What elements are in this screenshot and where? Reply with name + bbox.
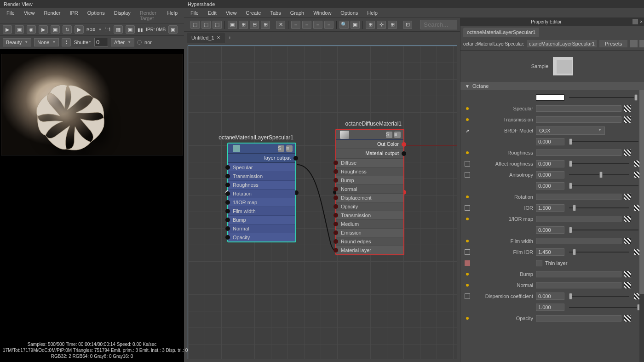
graph-material-icon[interactable]: ⊟ xyxy=(250,21,259,29)
plug-input-icon[interactable] xyxy=(225,191,230,196)
plug-input-icon[interactable] xyxy=(334,178,338,183)
film-ior-input[interactable] xyxy=(536,248,564,256)
sample-swatch[interactable] xyxy=(553,57,573,75)
anisotropy-slider[interactable] xyxy=(567,172,631,178)
menu-render[interactable]: Render xyxy=(39,9,65,22)
render-preview[interactable] xyxy=(1,54,183,155)
node-input-row[interactable]: Medium xyxy=(336,219,403,228)
hs-menu-graph[interactable]: Graph xyxy=(286,9,309,17)
plug-input-icon[interactable] xyxy=(334,213,338,218)
image-icon[interactable]: ▦ xyxy=(114,25,123,34)
node-input-row[interactable]: Transmission xyxy=(228,172,295,180)
map-button-icon[interactable] xyxy=(624,194,631,200)
menu-view[interactable]: View xyxy=(19,9,40,22)
node-input-row[interactable]: Displacement xyxy=(336,193,403,202)
layer-dropdown[interactable]: Beauty▼ xyxy=(3,38,31,46)
map-button-icon[interactable] xyxy=(624,315,631,322)
anisotropy-input[interactable] xyxy=(536,171,564,178)
dispersion-slider[interactable] xyxy=(567,293,631,299)
frame-all-icon[interactable]: ⊡ xyxy=(403,21,412,29)
channel-dropdown[interactable]: None▼ xyxy=(34,38,59,46)
snapshot-icon[interactable]: ◉ xyxy=(27,25,36,34)
hs-menu-create[interactable]: Create xyxy=(241,9,265,17)
node-input-row[interactable]: Opacity xyxy=(336,202,403,211)
node-input-row[interactable]: Round edges xyxy=(336,237,403,246)
region-icon[interactable]: ▣ xyxy=(15,25,24,34)
brdf-select[interactable]: GGX▼ xyxy=(536,126,605,135)
node-input-row[interactable]: Normal xyxy=(336,184,403,193)
pause-icon[interactable]: ▮▮ xyxy=(138,27,143,32)
map-button-icon[interactable] xyxy=(624,216,631,222)
normal-texture-slot[interactable] xyxy=(536,282,621,288)
node-input-row[interactable]: Film width xyxy=(228,207,295,215)
keyable-dot-icon[interactable] xyxy=(466,218,469,220)
plug-input-icon[interactable] xyxy=(334,222,338,226)
keyable-dot-icon[interactable] xyxy=(466,273,469,276)
clear-icon[interactable]: ▣ xyxy=(228,21,237,29)
roughness-texture-slot[interactable] xyxy=(536,149,621,156)
menu-ipr[interactable]: IPR xyxy=(65,9,82,22)
grid-h-icon[interactable]: ⊞ xyxy=(366,21,375,29)
plug-input-icon[interactable] xyxy=(225,174,230,178)
plug-outcolor-icon[interactable] xyxy=(402,142,406,147)
list-icon[interactable]: ≡ xyxy=(394,132,401,138)
hs-menu-tabs[interactable]: Tabs xyxy=(265,9,285,17)
collapse-triangle-icon[interactable]: ▼ xyxy=(465,84,470,89)
add-selected-icon[interactable]: ⊞ xyxy=(261,21,270,29)
keyable-dot-icon[interactable] xyxy=(466,107,469,110)
node-input-row[interactable]: Emission xyxy=(336,228,403,237)
rotation-slider[interactable] xyxy=(567,183,640,189)
hs-menu-window[interactable]: Window xyxy=(309,9,336,17)
node-input-row[interactable]: Rotation xyxy=(228,189,295,198)
list-icon[interactable]: ≡ xyxy=(286,145,293,152)
node-input-row[interactable]: Roughness xyxy=(228,180,295,189)
solo-icon[interactable]: S xyxy=(278,145,284,152)
node-icon[interactable]: ▣ xyxy=(351,21,360,29)
ior-slider[interactable] xyxy=(567,205,631,211)
plug-input-icon[interactable] xyxy=(334,161,338,165)
plug-input-icon[interactable] xyxy=(334,195,338,200)
map-button-icon[interactable] xyxy=(624,116,631,123)
close-panel-icon[interactable]: × xyxy=(640,19,643,24)
opacity-input[interactable] xyxy=(536,304,564,311)
plug-input-icon[interactable] xyxy=(225,209,230,213)
render-icon[interactable]: ▶ xyxy=(3,25,12,34)
align-left-icon[interactable]: ≡ xyxy=(291,21,300,29)
keyable-dot-icon[interactable] xyxy=(466,317,469,320)
solo-icon[interactable]: S xyxy=(386,132,392,138)
plug-input-icon[interactable] xyxy=(225,235,230,240)
plug-input-icon[interactable] xyxy=(334,230,338,235)
film-width-texture-slot[interactable] xyxy=(536,238,621,244)
keyable-dot-icon[interactable] xyxy=(466,118,469,121)
menu-help[interactable]: Help xyxy=(162,9,182,22)
refresh-icon[interactable]: ↻ xyxy=(63,25,72,34)
plug-input-icon[interactable] xyxy=(225,226,230,231)
roughness-slider[interactable] xyxy=(567,138,640,145)
add-tab-button[interactable]: + xyxy=(225,34,235,41)
hs-menu-file[interactable]: File xyxy=(186,9,203,17)
hs-menu-view[interactable]: View xyxy=(221,9,242,17)
ipr2-icon[interactable]: ▶ xyxy=(75,25,84,34)
plug-input-icon[interactable] xyxy=(225,218,230,222)
restore-icon[interactable] xyxy=(632,19,638,24)
delete-icon[interactable]: ✕ xyxy=(276,21,285,29)
roughness-input[interactable] xyxy=(536,138,564,145)
plug-input-icon[interactable] xyxy=(334,187,338,191)
hs-menu-edit[interactable]: Edit xyxy=(203,9,221,17)
save-icon[interactable]: ▣ xyxy=(168,25,178,34)
bookmark-icon[interactable]: ▣ xyxy=(126,25,135,34)
map-button-icon[interactable] xyxy=(624,282,631,288)
menu-options[interactable]: Options xyxy=(83,9,109,22)
menu-display[interactable]: Display xyxy=(109,9,135,22)
plug-layer-output-icon[interactable] xyxy=(293,156,298,161)
rgb-chevron-icon[interactable]: ▼ xyxy=(98,28,102,32)
node-input-row[interactable]: Opacity xyxy=(228,233,295,241)
plug-input-icon[interactable] xyxy=(225,183,230,187)
ior-input[interactable] xyxy=(536,204,564,212)
output-graph-icon[interactable]: ⬚ xyxy=(213,21,222,29)
plug-input-icon[interactable] xyxy=(334,169,338,174)
keyable-dot-icon[interactable] xyxy=(466,151,469,154)
map-button-icon[interactable] xyxy=(624,105,631,112)
hs-menu-options[interactable]: Options xyxy=(336,9,362,17)
opacity-texture-slot[interactable] xyxy=(536,315,621,322)
